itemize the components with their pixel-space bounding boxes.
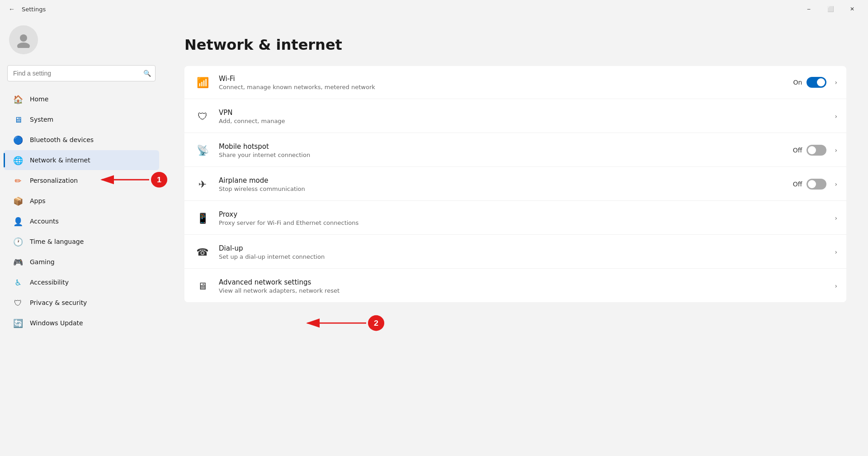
avatar (9, 25, 38, 54)
nav-icon-windows-update: 🔄 (13, 318, 24, 328)
sidebar-item-apps[interactable]: 📦Apps (4, 191, 159, 211)
sidebar: 🔍 🏠Home🖥System🔵Bluetooth & devices🌐Netwo… (0, 18, 163, 456)
nav-label-privacy: Privacy & security (30, 299, 87, 306)
setting-text-mobile-hotspot: Mobile hotspotShare your internet connec… (219, 142, 793, 158)
setting-text-wifi: Wi-FiConnect, manage known networks, met… (219, 75, 793, 90)
nav-label-gaming: Gaming (30, 258, 55, 266)
setting-item-wifi[interactable]: 📶Wi-FiConnect, manage known networks, me… (184, 66, 846, 99)
setting-item-advanced-network[interactable]: 🖥Advanced network settingsView all netwo… (184, 270, 846, 302)
setting-text-vpn: VPNAdd, connect, manage (219, 109, 831, 124)
setting-icon-dial-up: ☎ (193, 243, 212, 261)
minimize-button[interactable]: – (798, 2, 819, 16)
setting-item-proxy[interactable]: 📱ProxyProxy server for Wi-Fi and Etherne… (184, 202, 846, 235)
nav-label-time: Time & language (30, 238, 84, 245)
setting-icon-advanced-network: 🖥 (193, 277, 212, 295)
chevron-icon-wifi: › (835, 79, 837, 86)
toggle-label-airplane-mode: Off (793, 180, 802, 188)
nav-label-network: Network & internet (30, 157, 90, 164)
page-title: Network & internet (184, 36, 846, 53)
nav-icon-privacy: 🛡 (13, 297, 24, 308)
setting-icon-wifi: 📶 (193, 73, 212, 91)
setting-icon-proxy: 📱 (193, 209, 212, 227)
toggle-label-wifi: On (793, 79, 802, 86)
setting-text-airplane-mode: Airplane modeStop wireless communication (219, 176, 793, 192)
nav-icon-home: 🏠 (13, 94, 24, 104)
setting-item-mobile-hotspot[interactable]: 📡Mobile hotspotShare your internet conne… (184, 134, 846, 167)
search-input[interactable] (7, 65, 156, 81)
setting-name-proxy: Proxy (219, 210, 831, 218)
setting-icon-mobile-hotspot: 📡 (193, 141, 212, 159)
setting-control-airplane-mode: Off› (793, 179, 837, 190)
setting-item-airplane-mode[interactable]: ✈Airplane modeStop wireless communicatio… (184, 168, 846, 201)
sidebar-item-personalization[interactable]: ✏️Personalization (4, 171, 159, 190)
chevron-icon-mobile-hotspot: › (835, 147, 837, 154)
nav-icon-gaming: 🎮 (13, 256, 24, 267)
nav-label-windows-update: Windows Update (30, 319, 83, 327)
nav-icon-personalization: ✏️ (13, 175, 24, 186)
chevron-icon-advanced-network: › (835, 282, 837, 290)
setting-control-proxy: › (831, 214, 837, 222)
main-layout: 🔍 🏠Home🖥System🔵Bluetooth & devices🌐Netwo… (0, 18, 868, 456)
toggle-label-mobile-hotspot: Off (793, 147, 802, 154)
setting-desc-vpn: Add, connect, manage (219, 118, 831, 124)
toggle-airplane-mode[interactable] (807, 179, 826, 190)
nav-icon-system: 🖥 (13, 114, 24, 125)
setting-item-vpn[interactable]: 🛡VPNAdd, connect, manage› (184, 100, 846, 133)
sidebar-item-windows-update[interactable]: 🔄Windows Update (4, 313, 159, 333)
setting-text-dial-up: Dial-upSet up a dial-up internet connect… (219, 244, 831, 260)
close-button[interactable]: ✕ (842, 2, 863, 16)
setting-desc-airplane-mode: Stop wireless communication (219, 185, 793, 192)
setting-name-wifi: Wi-Fi (219, 75, 793, 83)
chevron-icon-proxy: › (835, 214, 837, 222)
setting-control-dial-up: › (831, 248, 837, 256)
sidebar-item-accounts[interactable]: 👤Accounts (4, 211, 159, 231)
setting-desc-advanced-network: View all network adapters, network reset (219, 287, 831, 294)
setting-control-vpn: › (831, 113, 837, 120)
nav-label-personalization: Personalization (30, 177, 78, 184)
window-controls: – ⬜ ✕ (798, 2, 863, 16)
back-button[interactable]: ← (5, 3, 18, 15)
nav-icon-network: 🌐 (13, 155, 24, 166)
titlebar: ← Settings – ⬜ ✕ (0, 0, 868, 18)
nav-menu: 🏠Home🖥System🔵Bluetooth & devices🌐Network… (0, 89, 163, 333)
chevron-icon-vpn: › (835, 113, 837, 120)
sidebar-item-time[interactable]: 🕐Time & language (4, 232, 159, 252)
content-area: Network & internet 📶Wi-FiConnect, manage… (163, 18, 868, 456)
setting-item-dial-up[interactable]: ☎Dial-upSet up a dial-up internet connec… (184, 236, 846, 269)
app-title: Settings (22, 6, 46, 13)
setting-name-advanced-network: Advanced network settings (219, 278, 831, 286)
setting-control-mobile-hotspot: Off› (793, 145, 837, 156)
setting-icon-vpn: 🛡 (193, 107, 212, 125)
chevron-icon-dial-up: › (835, 248, 837, 256)
svg-point-0 (20, 34, 27, 42)
nav-icon-accessibility: ♿ (13, 277, 24, 288)
setting-name-airplane-mode: Airplane mode (219, 176, 793, 185)
setting-control-advanced-network: › (831, 282, 837, 290)
toggle-wifi[interactable] (807, 77, 826, 88)
setting-icon-airplane-mode: ✈ (193, 175, 212, 193)
sidebar-item-network[interactable]: 🌐Network & internet (4, 150, 159, 170)
search-icon: 🔍 (143, 70, 151, 77)
nav-icon-bluetooth: 🔵 (13, 134, 24, 145)
sidebar-item-home[interactable]: 🏠Home (4, 89, 159, 109)
sidebar-item-accessibility[interactable]: ♿Accessibility (4, 272, 159, 292)
search-box: 🔍 (7, 65, 156, 81)
nav-icon-accounts: 👤 (13, 216, 24, 227)
maximize-button[interactable]: ⬜ (820, 2, 841, 16)
user-section (0, 18, 163, 62)
toggle-mobile-hotspot[interactable] (807, 145, 826, 156)
nav-label-system: System (30, 116, 53, 123)
svg-point-1 (17, 43, 30, 48)
nav-icon-apps: 📦 (13, 195, 24, 206)
sidebar-item-gaming[interactable]: 🎮Gaming (4, 252, 159, 272)
sidebar-item-privacy[interactable]: 🛡Privacy & security (4, 293, 159, 313)
nav-label-accounts: Accounts (30, 218, 59, 225)
sidebar-item-bluetooth[interactable]: 🔵Bluetooth & devices (4, 130, 159, 150)
nav-label-accessibility: Accessibility (30, 279, 69, 286)
nav-icon-time: 🕐 (13, 236, 24, 247)
setting-desc-proxy: Proxy server for Wi-Fi and Ethernet conn… (219, 219, 831, 226)
setting-name-dial-up: Dial-up (219, 244, 831, 252)
sidebar-item-system[interactable]: 🖥System (4, 109, 159, 129)
setting-text-advanced-network: Advanced network settingsView all networ… (219, 278, 831, 294)
settings-list: 📶Wi-FiConnect, manage known networks, me… (184, 66, 846, 302)
